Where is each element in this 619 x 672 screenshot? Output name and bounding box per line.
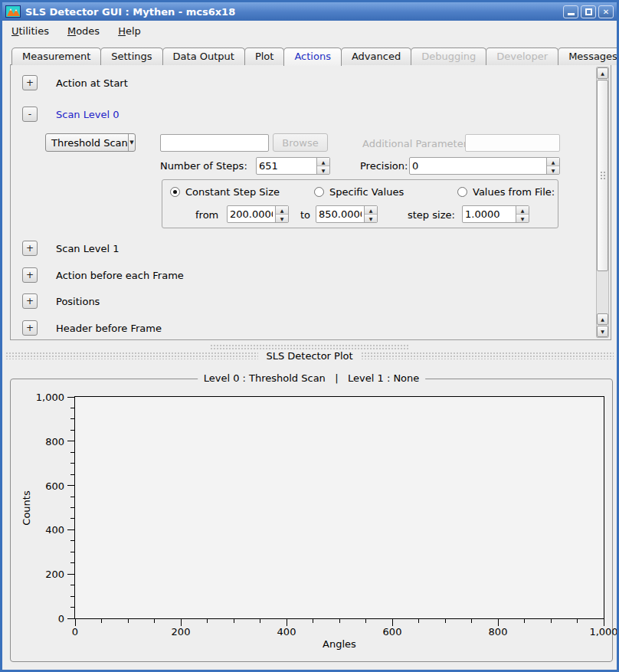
axis-tick	[207, 619, 208, 623]
axis-tick	[67, 618, 74, 619]
number-of-steps-value[interactable]	[257, 158, 316, 174]
radio-constant-step-size[interactable]: Constant Step Size	[170, 186, 280, 198]
axis-tick	[70, 507, 74, 508]
plot-dock-titlebar[interactable]: SLS Detector Plot	[5, 349, 614, 362]
axis-tick-label: 600	[45, 480, 64, 491]
spin-down-icon[interactable]: ▼	[276, 215, 288, 222]
step-size-spinbox[interactable]: ▲ ▼	[462, 205, 529, 223]
number-of-steps-spinbox[interactable]: ▲ ▼	[256, 157, 330, 175]
scan-mode-combobox[interactable]: Threshold Scan ▼	[45, 133, 136, 152]
radio-values-from-file[interactable]: Values from File:	[457, 186, 555, 198]
axis-tick	[70, 452, 74, 453]
spin-up-icon[interactable]: ▲	[365, 206, 377, 215]
axis-tick	[154, 619, 155, 623]
menu-help[interactable]: Help	[118, 25, 141, 37]
precision-value[interactable]	[410, 158, 546, 174]
scroll-up-icon: ▲	[601, 316, 604, 322]
axis-tick	[260, 619, 260, 623]
tab-data-output[interactable]: Data Output	[162, 48, 245, 65]
tab-advanced[interactable]: Advanced	[341, 48, 411, 65]
dock-handle-texture	[361, 352, 614, 359]
collapse-button-scan-level-0[interactable]: -	[22, 107, 38, 122]
axis-tick	[392, 619, 393, 626]
spin-up-icon[interactable]: ▲	[516, 206, 529, 215]
scroll-up-button[interactable]: ▲	[597, 67, 608, 79]
axis-tick-label: 400	[45, 524, 64, 536]
maximize-button[interactable]	[581, 5, 596, 18]
radio-specific-values[interactable]: Specific Values	[314, 186, 404, 198]
tab-measurement[interactable]: Measurement	[11, 48, 101, 65]
axis-tick	[287, 619, 287, 626]
axis-tick-label: 800	[45, 435, 64, 447]
axis-tick	[70, 596, 74, 597]
step-mode-groupbox: Constant Step Size Specific Values Value…	[162, 179, 558, 228]
scroll-up-button-2[interactable]: ▲	[597, 313, 608, 325]
axis-tick	[70, 585, 74, 585]
from-spinbox[interactable]: ▲ ▼	[227, 205, 289, 223]
step-size-value[interactable]	[463, 206, 516, 222]
spin-up-icon[interactable]: ▲	[276, 206, 288, 215]
axis-tick	[67, 574, 74, 575]
axis-tick	[551, 619, 552, 623]
spin-down-icon[interactable]: ▼	[365, 215, 377, 222]
spin-down-icon[interactable]: ▼	[547, 166, 559, 174]
close-button[interactable]: ✕	[598, 5, 614, 18]
minimize-button[interactable]	[563, 5, 578, 18]
axis-tick	[70, 518, 74, 519]
plot-dock-title: SLS Detector Plot	[266, 350, 352, 362]
menu-modes[interactable]: Modes	[67, 25, 100, 37]
plot-canvas: Counts Angles 02004006008001,00002004006…	[74, 396, 604, 619]
from-label: from	[195, 209, 218, 221]
axis-tick	[313, 619, 313, 623]
expand-button-header-before-frame[interactable]: +	[22, 320, 38, 336]
expand-button-action-before-each-frame[interactable]: +	[22, 267, 38, 283]
expand-button-scan-level-1[interactable]: +	[22, 241, 38, 256]
expand-button-positions[interactable]: +	[22, 293, 38, 309]
tab-messages[interactable]: Messages	[558, 48, 619, 65]
axis-tick	[128, 619, 129, 623]
axis-tick	[445, 619, 446, 623]
tab-debugging: Debugging	[411, 48, 486, 65]
to-spinbox[interactable]: ▲ ▼	[316, 205, 378, 223]
axis-tick-label: 0	[58, 613, 64, 624]
app-icon-mountains	[5, 5, 21, 18]
spin-down-icon[interactable]: ▼	[516, 215, 529, 222]
axis-tick	[524, 619, 525, 623]
titlebar[interactable]: SLS Detector GUI : Mythen - mcs6x18 ✕	[2, 2, 617, 21]
section-positions: + Positions	[22, 293, 100, 310]
section-action-before-each-frame: + Action before each Frame	[22, 267, 184, 284]
precision-spinbox[interactable]: ▲ ▼	[409, 157, 560, 175]
script-file-input[interactable]	[160, 134, 269, 152]
spin-up-icon[interactable]: ▲	[317, 158, 329, 166]
axis-tick	[101, 619, 102, 623]
section-label-positions: Positions	[56, 296, 100, 307]
scroll-up-icon: ▲	[601, 70, 604, 76]
axis-tick	[365, 619, 366, 623]
axis-tick-label: 1,000	[589, 626, 617, 638]
tab-settings[interactable]: Settings	[100, 48, 162, 65]
axis-tick	[604, 619, 604, 626]
spin-up-icon[interactable]: ▲	[547, 158, 559, 166]
axis-tick	[70, 607, 74, 608]
scrollbar-thumb[interactable]	[597, 80, 608, 271]
scroll-down-button[interactable]: ▼	[597, 326, 608, 337]
from-value[interactable]	[228, 206, 275, 222]
radio-off-icon	[314, 187, 324, 197]
expand-button-action-at-start[interactable]: +	[22, 75, 38, 90]
axis-tick	[339, 619, 340, 623]
radio-off-icon	[457, 187, 467, 197]
vertical-scrollbar[interactable]: ▲ ▲ ▼	[596, 67, 609, 338]
axis-tick	[577, 619, 578, 623]
axis-tick	[181, 619, 182, 626]
tab-actions[interactable]: Actions	[283, 48, 342, 66]
plot-title: Level 0 : Threshold Scan | Level 1 : Non…	[198, 372, 426, 384]
menu-utilities[interactable]: Utilities	[11, 25, 49, 37]
axis-tick	[70, 463, 74, 464]
axis-tick-label: 200	[172, 626, 191, 638]
section-action-at-start: + Action at Start	[22, 74, 128, 91]
to-value[interactable]	[316, 206, 364, 222]
chevron-down-icon[interactable]: ▼	[128, 134, 135, 151]
tab-plot[interactable]: Plot	[244, 48, 285, 65]
splitter-handle[interactable]	[210, 344, 409, 349]
spin-down-icon[interactable]: ▼	[317, 166, 329, 174]
